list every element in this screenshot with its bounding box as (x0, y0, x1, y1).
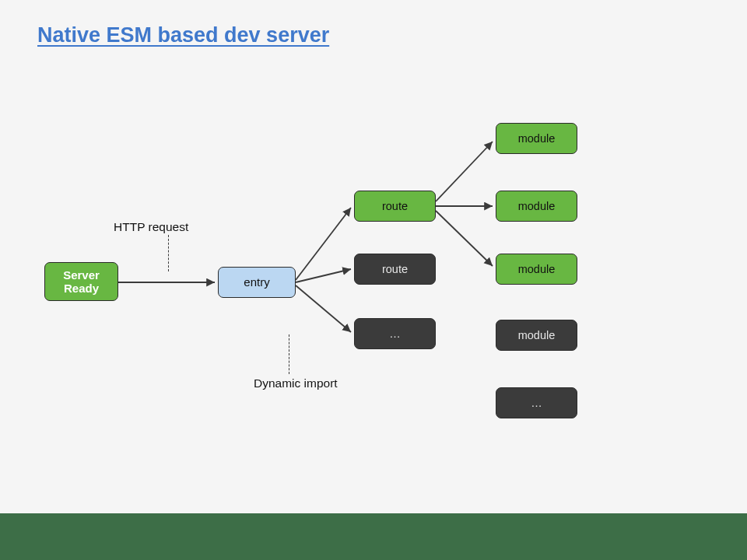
svg-line-2 (296, 269, 351, 282)
box-module-3: module (496, 254, 577, 285)
box-module-1: module (496, 123, 577, 154)
label-http-request: HTTP request (114, 220, 188, 234)
box-dots-middle: … (354, 318, 436, 349)
svg-line-4 (436, 142, 493, 201)
box-module-2: module (496, 191, 577, 222)
dashed-dynamic (289, 334, 289, 374)
svg-line-3 (296, 285, 351, 332)
box-dots-right: … (496, 387, 577, 418)
dashed-http (168, 235, 169, 271)
box-route-2: route (354, 254, 436, 285)
box-module-4: module (496, 320, 577, 351)
diagram-canvas: Server Ready entry route route … module … (0, 0, 747, 560)
box-server-ready: Server Ready (44, 262, 118, 301)
bottom-band (0, 513, 747, 560)
label-dynamic-import: Dynamic import (254, 376, 338, 390)
svg-line-6 (436, 211, 493, 266)
box-entry: entry (218, 267, 296, 298)
box-route-1: route (354, 191, 436, 222)
svg-line-1 (296, 208, 351, 280)
